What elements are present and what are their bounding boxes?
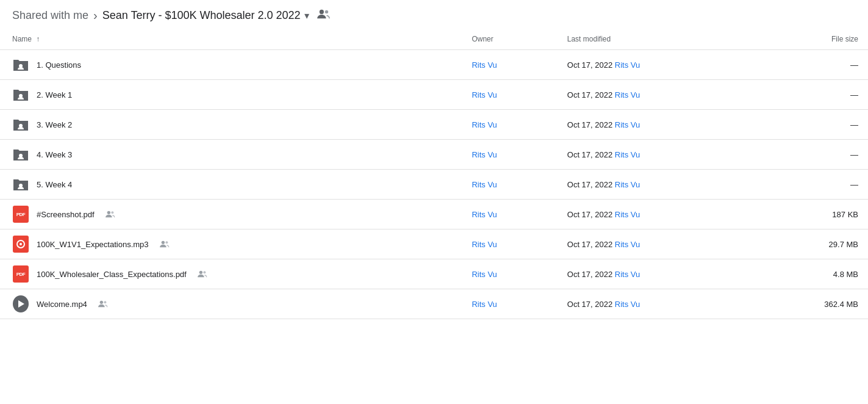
modified-cell: Oct 17, 2022 Rits Vu (558, 110, 755, 140)
table-row[interactable]: 4. Week 3Rits VuOct 17, 2022 Rits Vu— (0, 140, 868, 170)
svg-point-12 (203, 271, 206, 273)
current-folder: Sean Terry - $100K Wholesaler 2.0 2022 ▾ (102, 9, 309, 22)
owner-cell: Rits Vu (462, 170, 557, 200)
folder-shared-icon (12, 56, 29, 73)
table-header-row: Name ↑ Owner Last modified File size (0, 29, 868, 50)
modifier-link[interactable]: Rits Vu (615, 210, 640, 219)
size-cell: 362.4 MB (754, 289, 868, 319)
manage-access-icon[interactable] (317, 9, 330, 23)
shared-badge (98, 300, 108, 308)
name-cell: 1. Questions (12, 56, 452, 73)
pdf-file-icon: PDF (13, 265, 29, 283)
modifier-link[interactable]: Rits Vu (615, 150, 640, 159)
table-row[interactable]: PDF#Screenshot.pdf Rits VuOct 17, 2022 R… (0, 200, 868, 229)
folder-shared-icon (12, 116, 29, 133)
file-name-label: 3. Week 2 (37, 120, 72, 129)
name-cell: PDF100K_Wholesaler_Class_Expectations.pd… (12, 265, 452, 283)
modified-cell: Oct 17, 2022 Rits Vu (558, 229, 755, 259)
file-name-label: Welcome.mp4 (37, 300, 87, 309)
owner-link[interactable]: Rits Vu (472, 120, 497, 129)
svg-point-0 (319, 10, 323, 14)
modified-cell: Oct 17, 2022 Rits Vu (558, 50, 755, 80)
shared-with-me-link[interactable]: Shared with me (12, 9, 88, 22)
folder-shared-icon (12, 176, 29, 193)
file-name-label: 4. Week 3 (37, 150, 72, 159)
size-cell: — (754, 80, 868, 110)
file-name-label: 100K_Wholesaler_Class_Expectations.pdf (37, 270, 187, 279)
video-file-icon (13, 295, 29, 312)
owner-link[interactable]: Rits Vu (472, 60, 497, 70)
pdf-file-icon: PDF (13, 206, 29, 223)
modifier-link[interactable]: Rits Vu (615, 60, 640, 70)
owner-link[interactable]: Rits Vu (472, 210, 497, 219)
shared-badge (160, 240, 170, 248)
shared-badge (106, 210, 115, 218)
file-name-label: #Screenshot.pdf (37, 210, 95, 219)
modified-column-header[interactable]: Last modified (558, 29, 755, 50)
owner-cell: Rits Vu (462, 229, 557, 259)
size-column-header[interactable]: File size (754, 29, 868, 50)
svg-point-1 (325, 10, 328, 13)
name-cell: 2. Week 1 (12, 86, 452, 103)
size-cell: — (754, 110, 868, 140)
owner-link[interactable]: Rits Vu (472, 90, 497, 99)
name-column-header[interactable]: Name ↑ (0, 29, 462, 50)
owner-link[interactable]: Rits Vu (472, 270, 497, 279)
table-row[interactable]: 100K_W1V1_Expectations.mp3 Rits VuOct 17… (0, 229, 868, 259)
table-row[interactable]: 5. Week 4Rits VuOct 17, 2022 Rits Vu— (0, 170, 868, 200)
owner-cell: Rits Vu (462, 80, 557, 110)
breadcrumb: Shared with me › Sean Terry - $100K Whol… (0, 0, 868, 29)
owner-cell: Rits Vu (462, 200, 557, 229)
folder-name-label: Sean Terry - $100K Wholesaler 2.0 2022 (102, 9, 301, 22)
svg-point-9 (161, 241, 164, 244)
modified-cell: Oct 17, 2022 Rits Vu (558, 289, 755, 319)
owner-cell: Rits Vu (462, 259, 557, 289)
name-cell: PDF#Screenshot.pdf (12, 206, 452, 223)
sort-arrow-icon: ↑ (36, 35, 40, 43)
owner-cell: Rits Vu (462, 50, 557, 80)
size-cell: — (754, 140, 868, 170)
folder-shared-icon (12, 146, 29, 163)
modifier-link[interactable]: Rits Vu (615, 240, 640, 249)
table-row[interactable]: 3. Week 2Rits VuOct 17, 2022 Rits Vu— (0, 110, 868, 140)
dropdown-icon[interactable]: ▾ (304, 10, 309, 21)
modified-cell: Oct 17, 2022 Rits Vu (558, 170, 755, 200)
owner-cell: Rits Vu (462, 289, 557, 319)
modified-cell: Oct 17, 2022 Rits Vu (558, 200, 755, 229)
owner-link[interactable]: Rits Vu (472, 300, 497, 309)
size-cell: 4.8 MB (754, 259, 868, 289)
name-cell: 5. Week 4 (12, 176, 452, 193)
owner-link[interactable]: Rits Vu (472, 180, 497, 189)
modifier-link[interactable]: Rits Vu (615, 120, 640, 129)
owner-link[interactable]: Rits Vu (472, 240, 497, 249)
size-cell: 187 KB (754, 200, 868, 229)
table-row[interactable]: Welcome.mp4 Rits VuOct 17, 2022 Rits Vu3… (0, 289, 868, 319)
folder-shared-icon (12, 86, 29, 103)
name-cell: Welcome.mp4 (12, 295, 452, 312)
size-cell: 29.7 MB (754, 229, 868, 259)
table-row[interactable]: 2. Week 1Rits VuOct 17, 2022 Rits Vu— (0, 80, 868, 110)
modifier-link[interactable]: Rits Vu (615, 300, 640, 309)
file-name-label: 2. Week 1 (37, 90, 72, 99)
video-icon (12, 295, 29, 312)
owner-column-header[interactable]: Owner (462, 29, 557, 50)
table-row[interactable]: PDF100K_Wholesaler_Class_Expectations.pd… (0, 259, 868, 289)
file-name-label: 1. Questions (37, 60, 81, 70)
owner-link[interactable]: Rits Vu (472, 150, 497, 159)
owner-cell: Rits Vu (462, 110, 557, 140)
table-row[interactable]: 1. QuestionsRits VuOct 17, 2022 Rits Vu— (0, 50, 868, 80)
owner-cell: Rits Vu (462, 140, 557, 170)
modifier-link[interactable]: Rits Vu (615, 270, 640, 279)
name-cell: 100K_W1V1_Expectations.mp3 (12, 236, 452, 253)
breadcrumb-separator: › (93, 9, 98, 23)
svg-point-10 (165, 241, 168, 243)
mp3-icon (12, 236, 29, 253)
svg-point-8 (111, 211, 113, 214)
shared-badge (198, 270, 207, 278)
modifier-link[interactable]: Rits Vu (615, 180, 640, 189)
modified-cell: Oct 17, 2022 Rits Vu (558, 259, 755, 289)
modifier-link[interactable]: Rits Vu (615, 90, 640, 99)
file-name-label: 5. Week 4 (37, 180, 72, 189)
size-cell: — (754, 170, 868, 200)
file-table: Name ↑ Owner Last modified File size 1. … (0, 29, 868, 319)
